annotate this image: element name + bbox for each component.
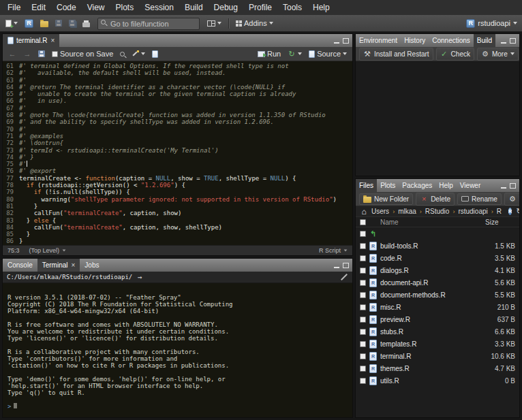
back-button[interactable]: ← [6, 48, 18, 60]
file-checkbox[interactable] [360, 243, 366, 249]
file-row[interactable]: Rthemes.R4.7 KB [356, 362, 519, 374]
file-checkbox[interactable] [360, 317, 366, 323]
menu-debug[interactable]: Debug [209, 1, 243, 14]
breadcrumb-r[interactable]: R [497, 208, 502, 215]
menu-profile[interactable]: Profile [243, 1, 277, 14]
menu-edit[interactable]: Edit [26, 1, 51, 14]
file-name[interactable]: misc.R [380, 304, 482, 311]
file-checkbox[interactable] [360, 329, 366, 335]
menu-session[interactable]: Session [139, 1, 179, 14]
minimize-pane-icon[interactable] [334, 267, 339, 268]
environment-tab-build[interactable]: Build [474, 34, 495, 47]
file-name[interactable]: dialogs.R [380, 267, 482, 274]
source-button[interactable]: Source [307, 48, 349, 59]
tab-terminal-r[interactable]: terminal.R × [3, 34, 59, 47]
file-name[interactable]: code.R [380, 255, 482, 262]
menu-build[interactable]: Build [179, 1, 209, 14]
open-file-button[interactable] [38, 18, 50, 29]
file-row[interactable]: Rterminal.R10.6 KB [356, 350, 519, 362]
delete-button[interactable]: × Delete [416, 193, 455, 206]
close-tab-icon[interactable]: × [72, 261, 76, 269]
menu-tools[interactable]: Tools [277, 1, 307, 14]
menu-plots[interactable]: Plots [110, 1, 140, 14]
check-button[interactable]: ✓ Check [436, 48, 474, 61]
column-name[interactable]: Name [380, 219, 482, 226]
file-name[interactable]: templates.R [380, 340, 482, 348]
file-row[interactable]: Rbuild-tools.R1.5 KB [356, 240, 519, 252]
file-checkbox[interactable] [360, 268, 366, 274]
console-tab-jobs[interactable]: Jobs [80, 259, 104, 272]
files-tab-files[interactable]: Files [356, 179, 377, 192]
minimize-pane-icon[interactable] [501, 187, 506, 189]
file-row[interactable]: Rcode.R3.5 KB [356, 252, 519, 264]
forward-button[interactable]: → [21, 48, 33, 60]
environment-tab-environment[interactable]: Environment [356, 34, 401, 47]
breadcrumb-rstudioapi[interactable]: rstudioapi [458, 208, 487, 215]
home-icon[interactable]: ⌂ [360, 207, 368, 216]
files-tab-help[interactable]: Help [435, 179, 457, 192]
addins-button[interactable]: Addins [234, 18, 275, 29]
install-restart-button[interactable]: ⚒ Install and Restart [359, 48, 433, 61]
save-all-button[interactable] [67, 18, 78, 28]
minimize-pane-icon[interactable] [501, 42, 506, 44]
console-prompt[interactable]: > [7, 403, 348, 410]
breadcrumb-users[interactable]: Users [371, 208, 389, 215]
scope-selector[interactable]: (Top Level) [29, 247, 67, 254]
refresh-icon[interactable]: ↻ [515, 207, 520, 216]
menu-code[interactable]: Code [51, 1, 82, 14]
console-tab-console[interactable]: Console [3, 259, 37, 272]
console-output[interactable]: R version 3.5.1 (2018-07-02) -- "Feather… [3, 283, 352, 417]
breadcrumb-rstudio[interactable]: RStudio [425, 208, 450, 215]
file-name[interactable]: document-api.R [380, 279, 482, 287]
code-tools-button[interactable] [129, 49, 147, 59]
find-replace-button[interactable] [118, 50, 127, 58]
project-menu-button[interactable]: R rstudioapi [466, 19, 519, 28]
file-row-parent-directory[interactable]: ↰ [356, 227, 519, 240]
file-row[interactable]: Rtemplates.R3.3 KB [356, 338, 519, 350]
save-button[interactable] [53, 18, 64, 28]
file-name[interactable]: terminal.R [380, 353, 482, 360]
file-name[interactable]: document-methods.R [380, 291, 482, 299]
column-size[interactable]: Size [485, 219, 515, 226]
files-tab-viewer[interactable]: Viewer [457, 179, 484, 192]
file-checkbox[interactable] [360, 341, 366, 347]
file-row[interactable]: Rutils.R0 B [356, 374, 519, 387]
file-name[interactable]: stubs.R [380, 328, 482, 336]
file-checkbox[interactable] [360, 255, 366, 261]
menu-file[interactable]: File [2, 1, 26, 14]
build-more-button[interactable]: ⚙ More [477, 48, 519, 61]
files-more-button[interactable]: ⚙ More [504, 193, 520, 206]
source-on-save-checkbox[interactable]: Source on Save [50, 48, 115, 59]
file-row[interactable]: Rmisc.R210 B [356, 301, 519, 313]
print-button[interactable] [80, 18, 92, 29]
file-checkbox[interactable] [360, 304, 366, 310]
file-name[interactable]: build-tools.R [380, 242, 482, 250]
file-row[interactable]: Rpreview.R637 B [356, 313, 519, 325]
file-checkbox[interactable] [360, 292, 366, 298]
files-tab-plots[interactable]: Plots [377, 179, 399, 192]
file-name[interactable]: preview.R [380, 316, 482, 323]
maximize-pane-icon[interactable] [510, 38, 516, 44]
code-editor[interactable]: 61#' terminal defined in Global Options.… [3, 61, 352, 245]
file-checkbox[interactable] [360, 280, 366, 286]
file-row[interactable]: Rstubs.R6.6 KB [356, 325, 519, 338]
file-checkbox[interactable] [360, 366, 366, 372]
file-checkbox[interactable] [360, 231, 366, 237]
pane-layout-button[interactable] [205, 19, 224, 28]
file-checkbox[interactable] [360, 378, 366, 384]
maximize-pane-icon[interactable] [510, 183, 516, 189]
compile-report-button[interactable] [150, 49, 160, 59]
file-row[interactable]: Rdocument-api.R5.6 KB [356, 276, 519, 289]
new-file-button[interactable] [3, 18, 20, 29]
save-file-button[interactable] [36, 49, 47, 59]
file-row[interactable]: Rdocument-methods.R5.5 KB [356, 289, 519, 301]
new-project-button[interactable]: R [22, 18, 35, 29]
file-name[interactable]: themes.R [380, 365, 482, 372]
console-tab-terminal[interactable]: Terminal× [37, 259, 80, 272]
menu-help[interactable]: Help [307, 1, 335, 14]
file-type-selector[interactable]: R Script [319, 247, 348, 254]
new-folder-button[interactable]: New Folder [359, 193, 413, 205]
maximize-pane-icon[interactable] [343, 263, 349, 268]
file-name[interactable]: utils.R [380, 377, 482, 385]
file-row[interactable]: Rdialogs.R4.1 KB [356, 264, 519, 276]
